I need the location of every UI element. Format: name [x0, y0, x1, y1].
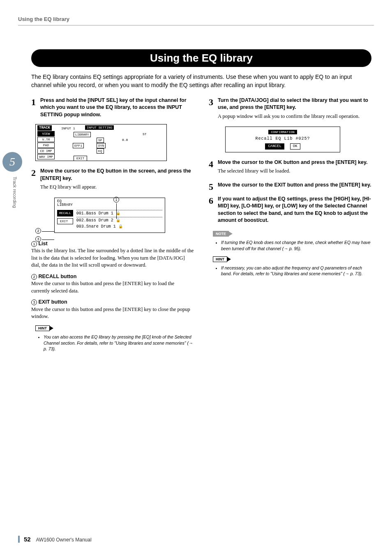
step-number: 3 [209, 97, 218, 123]
exit-box: EXIT [74, 156, 87, 161]
step-heading: Move the cursor to the EQ button in the … [40, 168, 194, 182]
callout-2-icon: 2 [35, 228, 41, 234]
def-text: Move the cursor to this button and press… [31, 280, 194, 295]
step-number: 2 [31, 168, 40, 193]
step-number: 5 [209, 182, 218, 191]
view-tab: VIEW [37, 131, 55, 136]
screenshot-confirmation: CONFIRMATION Recall EQ Lib #025? CANCEL … [225, 127, 340, 152]
confirmation-title: CONFIRMATION [268, 130, 297, 134]
screenshot-input-setting: TRACK INPUT 1 INPUT SETTING VIEW V.TR PA… [35, 124, 167, 161]
step-heading: Press and hold the [INPUT SEL] key of th… [40, 97, 194, 119]
hint-box-right: HINT If necessary, you can also adjust t… [213, 256, 371, 277]
step-number: 6 [209, 196, 218, 226]
callout-1-icon: 1 [113, 197, 119, 203]
def-label: List [38, 241, 47, 246]
def-label: RECALL button [38, 274, 76, 279]
hint-tag: HINT [35, 325, 50, 332]
step-5: 5 Move the cursor to the EXIT button and… [209, 182, 371, 191]
exit-button: EXIT [57, 218, 73, 224]
ok-button: OK [290, 143, 300, 150]
vtr-tab: V.TR [37, 137, 55, 142]
note-tag: NOTE [213, 231, 229, 237]
definition-3: 3 EXIT button Move the cursor to this bu… [31, 299, 194, 320]
step-number: 4 [209, 159, 218, 177]
def-label: EXIT button [38, 299, 67, 305]
callout-line [42, 240, 54, 240]
definition-1: 1 List This is the library list. The lin… [31, 240, 194, 269]
side-tab: 5 Track recording [0, 152, 24, 267]
pad-tab: PAD [37, 143, 55, 148]
cd-tab: CD IMP [37, 148, 55, 154]
step-text: The selected library will be loaded. [218, 168, 371, 175]
chapter-label: Track recording [12, 177, 17, 208]
manual-title: AW1600 Owner's Manual [36, 537, 91, 543]
step-number: 1 [31, 97, 40, 120]
step-heading: Move the cursor to the EXIT button and p… [218, 182, 371, 189]
step-3: 3 Turn the [DATA/JOG] dial to select the… [209, 97, 371, 123]
left-column: 1 Press and hold the [INPUT SEL] key of … [31, 97, 194, 355]
cancel-button: CANCEL [265, 143, 284, 150]
lock-icon: 🔒 [118, 225, 123, 229]
step-6: 6 If you want to adjust the EQ settings,… [209, 196, 371, 226]
callout-num-icon: 2 [31, 274, 37, 280]
note-box: NOTE If turning the EQ knob does not cha… [213, 230, 371, 251]
list-item: 003.Snare Drum 1 [76, 224, 116, 229]
content-area: Using the EQ library The EQ library cont… [31, 41, 371, 355]
confirmation-text: Recall EQ Lib #025? [228, 136, 337, 142]
zero-label: 0.0 [122, 138, 128, 142]
callout-num-icon: 1 [31, 241, 37, 247]
lock-icon: 🔒 [116, 212, 120, 216]
eff-box: EFF1 [73, 143, 84, 148]
list-item: 002.Bass Drum 2 [76, 218, 113, 223]
track-label: TRACK [37, 125, 52, 131]
input-label: INPUT 1 [61, 126, 75, 131]
step-heading: Move the cursor to the OK button and pre… [218, 159, 371, 166]
header-section: Using the EQ library [18, 16, 69, 22]
page-title: Using the EQ library [31, 49, 371, 67]
library-label: LIBRARY [57, 203, 162, 207]
eq-box: EQ [97, 148, 104, 154]
wav-tab: WAV IMP [37, 154, 55, 159]
callout-line [42, 231, 54, 232]
page-number: 52 [24, 536, 31, 543]
step-heading: Turn the [DATA/JOG] dial to select the l… [218, 97, 371, 111]
screenshot-eq-library-wrap: 1 2 3 EQ LIBRARY RECALL EXIT [40, 198, 168, 233]
step-text: A popup window will ask you to confirm t… [218, 113, 371, 120]
header-bar: Using the EQ library [18, 15, 374, 25]
st-label: ST [143, 132, 147, 136]
two-columns: 1 Press and hold the [INPUT SEL] key of … [31, 97, 371, 355]
note-text: If turning the EQ knob does not change t… [221, 240, 371, 251]
def-text: This is the library list. The line surro… [31, 247, 194, 269]
intro-text: The EQ library contains EQ settings appr… [31, 73, 371, 90]
sp-box: SP [97, 138, 104, 143]
lock-icon: 🔒 [116, 219, 120, 223]
hint-box: HINT You can also access the EQ library … [35, 325, 194, 352]
definition-2: 2 RECALL button Move the cursor to this … [31, 273, 194, 295]
list-item: 001.Bass Drum 1 [76, 211, 113, 216]
library-list: 001.Bass Drum 1 🔒 002.Bass Drum 2 🔒 003.… [76, 210, 162, 230]
step-4: 4 Move the cursor to the OK button and p… [209, 159, 371, 177]
step-1: 1 Press and hold the [INPUT SEL] key of … [31, 97, 194, 120]
def-text: Move the cursor to this button and press… [31, 306, 194, 320]
hint-text: If necessary, you can also adjust the fr… [221, 265, 371, 276]
right-column: 3 Turn the [DATA/JOG] dial to select the… [209, 97, 371, 355]
callout-3-icon: 3 [35, 236, 41, 242]
footer: 52 AW1600 Owner's Manual [18, 536, 92, 543]
library-box: LIBRARY [74, 132, 91, 137]
chapter-number: 5 [2, 152, 22, 172]
hint-text: You can also access the EQ library by pr… [44, 334, 194, 352]
eq-label: EQ [57, 200, 162, 204]
hint-tag: HINT [213, 256, 227, 263]
dyn-box: DYN [97, 143, 106, 148]
step-2: 2 Move the cursor to the EQ button in th… [31, 168, 194, 193]
step-text: The EQ library will appear. [40, 184, 194, 191]
input-setting-label: INPUT SETTING [85, 125, 114, 130]
step-heading: If you want to adjust the EQ settings, p… [218, 196, 371, 224]
callout-num-icon: 3 [31, 299, 37, 305]
recall-button: RECALL [57, 210, 73, 216]
screenshot-eq-library: EQ LIBRARY RECALL EXIT 001.Bass Drum 1 🔒… [54, 198, 165, 233]
